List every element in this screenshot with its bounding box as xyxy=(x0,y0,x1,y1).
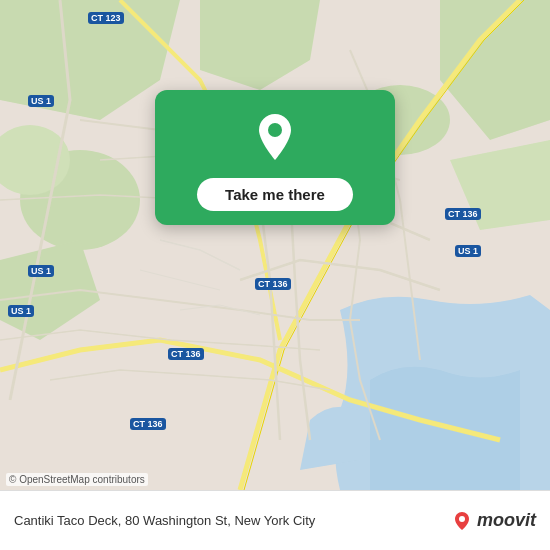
location-pin-icon xyxy=(248,110,302,164)
moovit-logo: moovit xyxy=(451,510,536,532)
badge-us1-far: US 1 xyxy=(455,245,481,257)
bottom-bar: Cantiki Taco Deck, 80 Washington St, New… xyxy=(0,490,550,550)
map-attribution: © OpenStreetMap contributors xyxy=(6,473,148,486)
badge-ct136-right: CT 136 xyxy=(445,208,481,220)
badge-us1-bot: US 1 xyxy=(8,305,34,317)
map-container: US 1 CT 123 US 1 US 1 CT 136 CT 136 CT 1… xyxy=(0,0,550,490)
moovit-text-label: moovit xyxy=(477,510,536,531)
location-card: Take me there xyxy=(155,90,395,225)
badge-ct136-bot: CT 136 xyxy=(168,348,204,360)
badge-ct136-mid: CT 136 xyxy=(255,278,291,290)
svg-point-5 xyxy=(459,516,465,522)
destination-text: Cantiki Taco Deck, 80 Washington St, New… xyxy=(14,513,451,528)
badge-us1-top: US 1 xyxy=(28,95,54,107)
svg-point-4 xyxy=(268,123,282,137)
badge-us1-mid: US 1 xyxy=(28,265,54,277)
take-me-there-button[interactable]: Take me there xyxy=(197,178,353,211)
moovit-pin-icon xyxy=(451,510,473,532)
badge-ct136-bot2: CT 136 xyxy=(130,418,166,430)
badge-ct123: CT 123 xyxy=(88,12,124,24)
